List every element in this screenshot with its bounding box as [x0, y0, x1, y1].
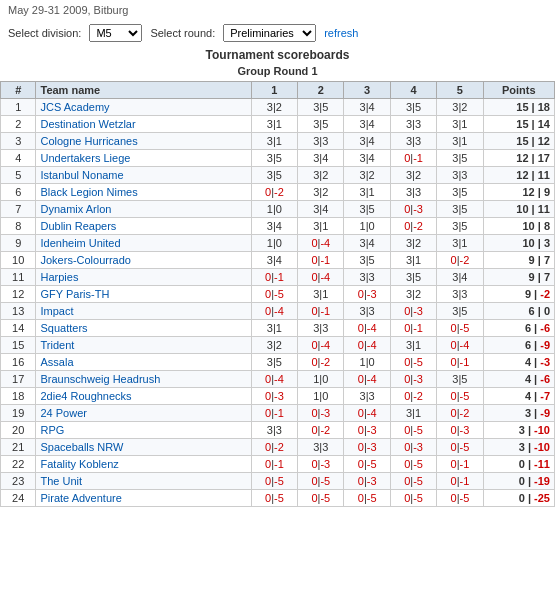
row-points: 10 | 3 — [483, 235, 554, 252]
row-team[interactable]: The Unit — [36, 473, 251, 490]
table-row: 23The Unit0|-50|-50|-30|-50|-10 | -19 — [1, 473, 555, 490]
row-num: 20 — [1, 422, 36, 439]
row-team[interactable]: Assala — [36, 354, 251, 371]
table-subtitle: Group Round 1 — [237, 65, 317, 77]
row-num: 5 — [1, 167, 36, 184]
row-points: 12 | 9 — [483, 184, 554, 201]
row-num: 17 — [1, 371, 36, 388]
col-points: Points — [483, 82, 554, 99]
col-2: 2 — [298, 82, 344, 99]
row-points: 6 | -6 — [483, 320, 554, 337]
row-team[interactable]: Jokers-Colourrado — [36, 252, 251, 269]
table-row: 10Jokers-Colourrado3|40|-13|53|10|-29 | … — [1, 252, 555, 269]
row-num: 7 — [1, 201, 36, 218]
table-row: 5Istanbul Noname3|53|23|23|23|312 | 11 — [1, 167, 555, 184]
row-team[interactable]: Fatality Koblenz — [36, 456, 251, 473]
table-row: 8Dublin Reapers3|43|11|00|-23|510 | 8 — [1, 218, 555, 235]
table-row: 14Squatters3|13|30|-40|-10|-56 | -6 — [1, 320, 555, 337]
row-num: 21 — [1, 439, 36, 456]
row-num: 4 — [1, 150, 36, 167]
row-num: 13 — [1, 303, 36, 320]
row-num: 1 — [1, 99, 36, 116]
table-row: 12GFY Paris-TH0|-53|10|-33|23|39 | -2 — [1, 286, 555, 303]
row-team[interactable]: Squatters — [36, 320, 251, 337]
col-4: 4 — [390, 82, 436, 99]
row-num: 6 — [1, 184, 36, 201]
row-points: 6 | 0 — [483, 303, 554, 320]
row-num: 22 — [1, 456, 36, 473]
round-select[interactable]: Preliminaries Group Round Finals — [223, 24, 316, 42]
row-points: 4 | -3 — [483, 354, 554, 371]
table-row: 15Trident3|20|-40|-43|10|-46 | -9 — [1, 337, 555, 354]
row-points: 15 | 12 — [483, 133, 554, 150]
col-team: Team name — [36, 82, 251, 99]
row-num: 8 — [1, 218, 36, 235]
row-points: 3 | -9 — [483, 405, 554, 422]
table-row: 11Harpies0|-10|-43|33|53|49 | 7 — [1, 269, 555, 286]
table-row: 6Black Legion Nimes0|-23|23|13|33|512 | … — [1, 184, 555, 201]
row-points: 9 | 7 — [483, 252, 554, 269]
table-row: 20RPG3|30|-20|-30|-50|-33 | -10 — [1, 422, 555, 439]
row-team[interactable]: Trident — [36, 337, 251, 354]
round-label: Select round: — [150, 27, 215, 39]
row-team[interactable]: Dublin Reapers — [36, 218, 251, 235]
table-row: 1924 Power0|-10|-30|-43|10|-23 | -9 — [1, 405, 555, 422]
row-num: 10 — [1, 252, 36, 269]
table-row: 1JCS Academy3|23|53|43|53|215 | 18 — [1, 99, 555, 116]
row-team[interactable]: Idenheim United — [36, 235, 251, 252]
row-num: 18 — [1, 388, 36, 405]
row-team[interactable]: Harpies — [36, 269, 251, 286]
row-num: 15 — [1, 337, 36, 354]
row-points: 15 | 18 — [483, 99, 554, 116]
row-team[interactable]: 24 Power — [36, 405, 251, 422]
row-team[interactable]: Istanbul Noname — [36, 167, 251, 184]
row-points: 4 | -7 — [483, 388, 554, 405]
table-row: 7Dynamix Arlon1|03|43|50|-33|510 | 11 — [1, 201, 555, 218]
row-team[interactable]: RPG — [36, 422, 251, 439]
table-row: 4Undertakers Liege3|53|43|40|-13|512 | 1… — [1, 150, 555, 167]
row-team[interactable]: Impact — [36, 303, 251, 320]
table-header-row: # Team name 1 2 3 4 5 Points — [1, 82, 555, 99]
row-team[interactable]: GFY Paris-TH — [36, 286, 251, 303]
row-team[interactable]: Undertakers Liege — [36, 150, 251, 167]
row-num: 9 — [1, 235, 36, 252]
row-points: 15 | 14 — [483, 116, 554, 133]
table-row: 16Assala3|50|-21|00|-50|-14 | -3 — [1, 354, 555, 371]
row-num: 14 — [1, 320, 36, 337]
col-3: 3 — [344, 82, 390, 99]
table-row: 21Spaceballs NRW0|-23|30|-30|-30|-53 | -… — [1, 439, 555, 456]
row-points: 12 | 11 — [483, 167, 554, 184]
row-team[interactable]: Black Legion Nimes — [36, 184, 251, 201]
row-team[interactable]: Pirate Adventure — [36, 490, 251, 507]
table-row: 22Fatality Koblenz0|-10|-30|-50|-50|-10 … — [1, 456, 555, 473]
row-points: 4 | -6 — [483, 371, 554, 388]
row-num: 12 — [1, 286, 36, 303]
row-team[interactable]: Spaceballs NRW — [36, 439, 251, 456]
row-points: 0 | -25 — [483, 490, 554, 507]
row-team[interactable]: Dynamix Arlon — [36, 201, 251, 218]
row-team[interactable]: Destination Wetzlar — [36, 116, 251, 133]
row-points: 10 | 11 — [483, 201, 554, 218]
table-row: 9Idenheim United1|00|-43|43|23|110 | 3 — [1, 235, 555, 252]
event-title: May 29-31 2009, Bitburg — [8, 4, 128, 16]
row-team[interactable]: Braunschweig Headrush — [36, 371, 251, 388]
refresh-link[interactable]: refresh — [324, 27, 358, 39]
row-team[interactable]: 2die4 Roughnecks — [36, 388, 251, 405]
row-num: 16 — [1, 354, 36, 371]
scoreboard-table: # Team name 1 2 3 4 5 Points 1JCS Academ… — [0, 81, 555, 507]
row-num: 23 — [1, 473, 36, 490]
row-team[interactable]: Cologne Hurricanes — [36, 133, 251, 150]
row-num: 3 — [1, 133, 36, 150]
table-row: 182die4 Roughnecks0|-31|03|30|-20|-54 | … — [1, 388, 555, 405]
row-points: 6 | -9 — [483, 337, 554, 354]
col-5: 5 — [437, 82, 483, 99]
row-num: 11 — [1, 269, 36, 286]
division-label: Select division: — [8, 27, 81, 39]
division-select[interactable]: M5 M4 M3 Open — [89, 24, 142, 42]
table-row: 13Impact0|-40|-13|30|-33|56 | 0 — [1, 303, 555, 320]
row-points: 3 | -10 — [483, 422, 554, 439]
row-team[interactable]: JCS Academy — [36, 99, 251, 116]
row-num: 19 — [1, 405, 36, 422]
table-row: 2Destination Wetzlar3|13|53|43|33|115 | … — [1, 116, 555, 133]
row-points: 0 | -11 — [483, 456, 554, 473]
